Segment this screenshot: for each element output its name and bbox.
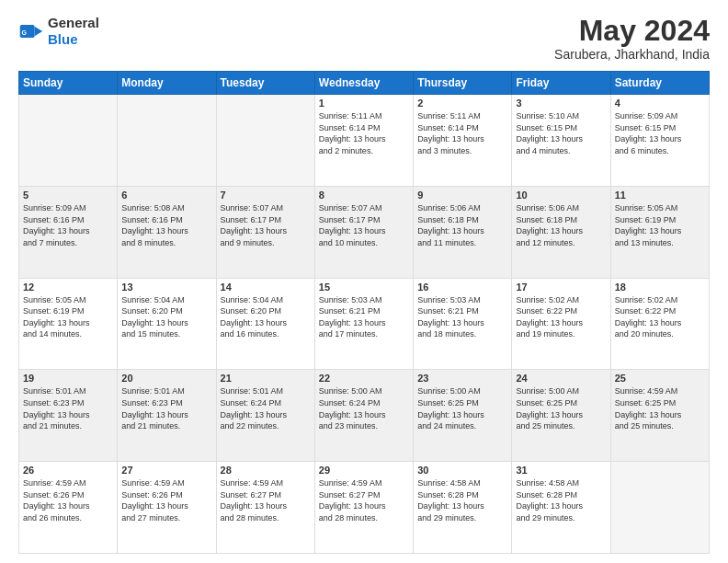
logo-text: General Blue: [48, 15, 99, 48]
calendar-day-cell: 2Sunrise: 5:11 AM Sunset: 6:14 PM Daylig…: [414, 95, 512, 187]
day-number: 25: [615, 373, 705, 384]
calendar-day-cell: [610, 462, 709, 554]
day-info: Sunrise: 5:09 AM Sunset: 6:15 PM Dayligh…: [615, 110, 705, 156]
calendar-day-cell: 15Sunrise: 5:03 AM Sunset: 6:21 PM Dayli…: [314, 278, 413, 370]
col-monday: Monday: [118, 72, 216, 95]
day-number: 7: [221, 190, 311, 201]
day-number: 4: [615, 98, 705, 109]
calendar-week-row: 5Sunrise: 5:09 AM Sunset: 6:16 PM Daylig…: [19, 186, 710, 278]
day-info: Sunrise: 5:02 AM Sunset: 6:22 PM Dayligh…: [615, 294, 705, 340]
calendar-day-cell: 9Sunrise: 5:06 AM Sunset: 6:18 PM Daylig…: [414, 186, 512, 278]
page: G General Blue May 2024 Sarubera, Jharkh…: [0, 0, 728, 563]
calendar-day-cell: 18Sunrise: 5:02 AM Sunset: 6:22 PM Dayli…: [610, 278, 709, 370]
calendar-day-cell: 26Sunrise: 4:59 AM Sunset: 6:26 PM Dayli…: [19, 462, 118, 554]
day-number: 21: [221, 373, 311, 384]
calendar-day-cell: 28Sunrise: 4:59 AM Sunset: 6:27 PM Dayli…: [216, 462, 314, 554]
day-info: Sunrise: 4:59 AM Sunset: 6:27 PM Dayligh…: [319, 477, 409, 523]
calendar-week-row: 19Sunrise: 5:01 AM Sunset: 6:23 PM Dayli…: [19, 370, 710, 462]
day-number: 23: [417, 373, 507, 384]
svg-text:G: G: [22, 29, 28, 36]
day-number: 9: [417, 190, 507, 201]
calendar-week-row: 12Sunrise: 5:05 AM Sunset: 6:19 PM Dayli…: [19, 278, 710, 370]
day-number: 14: [221, 282, 311, 293]
calendar-day-cell: [19, 95, 118, 187]
day-number: 11: [615, 190, 705, 201]
day-number: 17: [516, 282, 606, 293]
day-info: Sunrise: 4:59 AM Sunset: 6:26 PM Dayligh…: [121, 477, 211, 523]
day-info: Sunrise: 5:00 AM Sunset: 6:24 PM Dayligh…: [319, 385, 409, 431]
calendar-day-cell: 1Sunrise: 5:11 AM Sunset: 6:14 PM Daylig…: [314, 95, 413, 187]
day-number: 13: [121, 282, 211, 293]
header: G General Blue May 2024 Sarubera, Jharkh…: [18, 15, 710, 62]
day-number: 26: [23, 465, 113, 476]
day-info: Sunrise: 4:58 AM Sunset: 6:28 PM Dayligh…: [516, 477, 606, 523]
day-number: 22: [319, 373, 409, 384]
day-info: Sunrise: 5:09 AM Sunset: 6:16 PM Dayligh…: [23, 202, 113, 248]
day-info: Sunrise: 5:03 AM Sunset: 6:21 PM Dayligh…: [319, 294, 409, 340]
col-wednesday: Wednesday: [314, 72, 413, 95]
day-info: Sunrise: 5:05 AM Sunset: 6:19 PM Dayligh…: [23, 294, 113, 340]
calendar-day-cell: 10Sunrise: 5:06 AM Sunset: 6:18 PM Dayli…: [512, 186, 610, 278]
calendar-day-cell: 7Sunrise: 5:07 AM Sunset: 6:17 PM Daylig…: [216, 186, 314, 278]
day-info: Sunrise: 5:06 AM Sunset: 6:18 PM Dayligh…: [417, 202, 507, 248]
calendar-day-cell: 14Sunrise: 5:04 AM Sunset: 6:20 PM Dayli…: [216, 278, 314, 370]
day-number: 28: [221, 465, 311, 476]
day-number: 8: [319, 190, 409, 201]
logo-icon: G: [18, 18, 44, 44]
day-number: 31: [516, 465, 606, 476]
calendar-day-cell: 24Sunrise: 5:00 AM Sunset: 6:25 PM Dayli…: [512, 370, 610, 462]
calendar-day-cell: 23Sunrise: 5:00 AM Sunset: 6:25 PM Dayli…: [414, 370, 512, 462]
day-info: Sunrise: 5:11 AM Sunset: 6:14 PM Dayligh…: [319, 110, 409, 156]
day-info: Sunrise: 5:07 AM Sunset: 6:17 PM Dayligh…: [221, 202, 311, 248]
day-number: 20: [121, 373, 211, 384]
day-info: Sunrise: 4:59 AM Sunset: 6:27 PM Dayligh…: [221, 477, 311, 523]
day-info: Sunrise: 5:01 AM Sunset: 6:23 PM Dayligh…: [23, 385, 113, 431]
calendar-day-cell: 8Sunrise: 5:07 AM Sunset: 6:17 PM Daylig…: [314, 186, 413, 278]
calendar-day-cell: 4Sunrise: 5:09 AM Sunset: 6:15 PM Daylig…: [610, 95, 709, 187]
day-number: 19: [23, 373, 113, 384]
title-block: May 2024 Sarubera, Jharkhand, India: [554, 15, 710, 62]
calendar-day-cell: 3Sunrise: 5:10 AM Sunset: 6:15 PM Daylig…: [512, 95, 610, 187]
day-info: Sunrise: 5:11 AM Sunset: 6:14 PM Dayligh…: [417, 110, 507, 156]
calendar-day-cell: 12Sunrise: 5:05 AM Sunset: 6:19 PM Dayli…: [19, 278, 118, 370]
day-info: Sunrise: 5:04 AM Sunset: 6:20 PM Dayligh…: [121, 294, 211, 340]
calendar-day-cell: 30Sunrise: 4:58 AM Sunset: 6:28 PM Dayli…: [414, 462, 512, 554]
day-number: 12: [23, 282, 113, 293]
day-number: 27: [121, 465, 211, 476]
day-number: 5: [23, 190, 113, 201]
calendar-day-cell: 27Sunrise: 4:59 AM Sunset: 6:26 PM Dayli…: [118, 462, 216, 554]
calendar-day-cell: 31Sunrise: 4:58 AM Sunset: 6:28 PM Dayli…: [512, 462, 610, 554]
calendar-day-cell: 21Sunrise: 5:01 AM Sunset: 6:24 PM Dayli…: [216, 370, 314, 462]
calendar-day-cell: [216, 95, 314, 187]
month-year: May 2024: [554, 15, 710, 47]
day-number: 18: [615, 282, 705, 293]
calendar-day-cell: 16Sunrise: 5:03 AM Sunset: 6:21 PM Dayli…: [414, 278, 512, 370]
calendar-week-row: 26Sunrise: 4:59 AM Sunset: 6:26 PM Dayli…: [19, 462, 710, 554]
calendar-day-cell: 19Sunrise: 5:01 AM Sunset: 6:23 PM Dayli…: [19, 370, 118, 462]
logo-general: General: [48, 15, 99, 30]
day-info: Sunrise: 5:00 AM Sunset: 6:25 PM Dayligh…: [516, 385, 606, 431]
day-number: 29: [319, 465, 409, 476]
logo-blue: Blue: [48, 31, 78, 47]
day-info: Sunrise: 5:02 AM Sunset: 6:22 PM Dayligh…: [516, 294, 606, 340]
day-number: 1: [319, 98, 409, 109]
calendar-day-cell: 6Sunrise: 5:08 AM Sunset: 6:16 PM Daylig…: [118, 186, 216, 278]
day-number: 10: [516, 190, 606, 201]
calendar-day-cell: 22Sunrise: 5:00 AM Sunset: 6:24 PM Dayli…: [314, 370, 413, 462]
location: Sarubera, Jharkhand, India: [554, 47, 710, 62]
day-info: Sunrise: 5:04 AM Sunset: 6:20 PM Dayligh…: [221, 294, 311, 340]
day-info: Sunrise: 5:07 AM Sunset: 6:17 PM Dayligh…: [319, 202, 409, 248]
day-number: 6: [121, 190, 211, 201]
day-info: Sunrise: 5:10 AM Sunset: 6:15 PM Dayligh…: [516, 110, 606, 156]
calendar-day-cell: 29Sunrise: 4:59 AM Sunset: 6:27 PM Dayli…: [314, 462, 413, 554]
col-sunday: Sunday: [19, 72, 118, 95]
day-number: 30: [417, 465, 507, 476]
day-number: 2: [417, 98, 507, 109]
calendar-day-cell: 17Sunrise: 5:02 AM Sunset: 6:22 PM Dayli…: [512, 278, 610, 370]
day-info: Sunrise: 4:59 AM Sunset: 6:25 PM Dayligh…: [615, 385, 705, 431]
day-info: Sunrise: 4:59 AM Sunset: 6:26 PM Dayligh…: [23, 477, 113, 523]
calendar-day-cell: [118, 95, 216, 187]
calendar-day-cell: 25Sunrise: 4:59 AM Sunset: 6:25 PM Dayli…: [610, 370, 709, 462]
svg-marker-1: [35, 27, 43, 37]
calendar-header-row: Sunday Monday Tuesday Wednesday Thursday…: [19, 72, 710, 95]
